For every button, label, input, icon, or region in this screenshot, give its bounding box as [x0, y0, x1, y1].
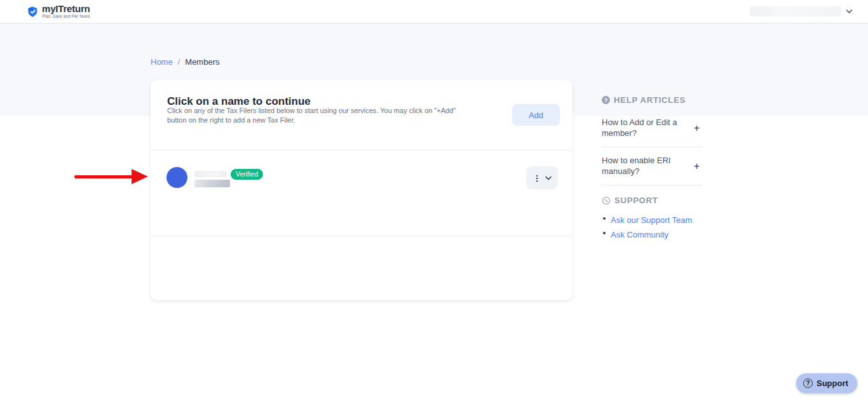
- kebab-vertical-icon: ⋮: [533, 174, 541, 182]
- red-arrow-annotation: [74, 168, 148, 185]
- subtitle-line-1: Click on any of the Tax Filers listed be…: [167, 106, 459, 116]
- breadcrumb-separator: /: [178, 57, 180, 67]
- question-circle-icon: ?: [803, 379, 813, 388]
- shield-check-icon: [27, 6, 39, 18]
- add-member-button[interactable]: Add: [512, 104, 560, 126]
- member-avatar: [166, 167, 187, 188]
- redacted-member-pan: [194, 180, 230, 187]
- member-row[interactable]: Verified ⋮: [151, 151, 573, 236]
- breadcrumb: Home / Members: [151, 57, 220, 67]
- brand-logo[interactable]: myITreturn Plan, Save and File Taxes: [27, 4, 90, 19]
- brand-tagline: Plan, Save and File Taxes: [42, 15, 90, 19]
- help-sidebar: ? HELP ARTICLES How to Add or Edit a mem…: [602, 95, 702, 243]
- brand-text: myITreturn Plan, Save and File Taxes: [42, 4, 90, 19]
- page-subtitle: Click on any of the Tax Filers listed be…: [167, 106, 459, 125]
- support-links: Ask our Support Team Ask Community: [611, 214, 702, 240]
- list-item: Ask Community: [611, 229, 702, 240]
- plus-icon[interactable]: +: [694, 161, 700, 172]
- sidebar-divider: [602, 147, 702, 147]
- arrow-shaft: [74, 175, 133, 178]
- question-circle-icon: ?: [602, 96, 610, 104]
- help-article-label: How to enable ERI manually?: [602, 156, 678, 177]
- support-widget-button[interactable]: ? Support: [796, 373, 857, 393]
- subtitle-line-2: button on the right to add a new Tax Fil…: [167, 116, 459, 125]
- chevron-down-icon[interactable]: [846, 9, 853, 14]
- redacted-account-name: [750, 6, 841, 17]
- account-menu[interactable]: [750, 6, 853, 17]
- support-widget-label: Support: [817, 379, 848, 388]
- members-card-header: Click on a name to continue Click on any…: [151, 80, 573, 150]
- ask-support-team-link[interactable]: Ask our Support Team: [611, 215, 692, 225]
- card-divider-bottom: [151, 236, 573, 236]
- verified-status-badge: Verified: [231, 169, 263, 180]
- help-articles-header: ? HELP ARTICLES: [602, 95, 702, 105]
- list-item: Ask our Support Team: [611, 214, 702, 225]
- help-article-add-edit-member[interactable]: How to Add or Edit a member? +: [602, 117, 702, 138]
- ask-community-link[interactable]: Ask Community: [611, 230, 668, 239]
- help-article-enable-eri[interactable]: How to enable ERI manually? +: [602, 156, 702, 177]
- breadcrumb-current: Members: [185, 57, 219, 67]
- sidebar-divider: [602, 185, 702, 185]
- chevron-down-icon: [545, 176, 552, 180]
- whatsapp-icon: [602, 196, 611, 205]
- breadcrumb-home-link[interactable]: Home: [151, 57, 173, 67]
- brand-name: myITreturn: [42, 4, 90, 13]
- support-section-header: SUPPORT: [602, 196, 702, 205]
- member-options-button[interactable]: ⋮: [526, 166, 558, 189]
- arrow-head: [132, 169, 148, 184]
- redacted-member-name: [194, 171, 226, 177]
- members-page: myITreturn Plan, Save and File Taxes Hom…: [0, 0, 868, 402]
- members-card: Click on a name to continue Click on any…: [151, 80, 573, 300]
- support-section-title: SUPPORT: [614, 196, 658, 205]
- plus-icon[interactable]: +: [694, 123, 700, 134]
- top-navbar: myITreturn Plan, Save and File Taxes: [0, 0, 868, 23]
- help-articles-title: HELP ARTICLES: [614, 95, 686, 105]
- help-article-label: How to Add or Edit a member?: [602, 117, 678, 138]
